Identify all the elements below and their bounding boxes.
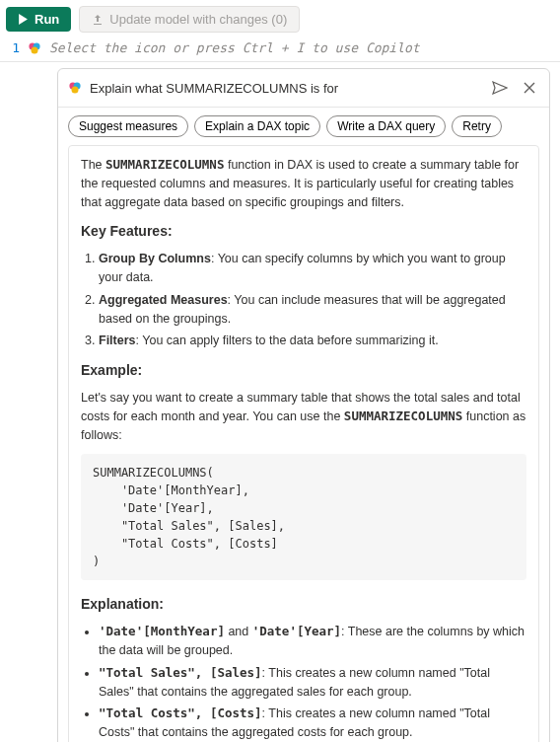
copilot-icon[interactable] xyxy=(28,41,41,55)
run-label: Run xyxy=(35,12,59,27)
chip-write-dax[interactable]: Write a DAX query xyxy=(326,115,446,137)
list-item: 'Date'[MonthYear] and 'Date'[Year]: Thes… xyxy=(99,623,526,660)
copilot-icon xyxy=(68,81,82,95)
heading-example: Example: xyxy=(81,360,526,381)
copilot-panel: Explain what SUMMARIZECOLUMNS is for Sug… xyxy=(57,68,550,742)
send-button[interactable] xyxy=(488,77,512,99)
chip-suggest-measures[interactable]: Suggest measures xyxy=(68,115,188,137)
editor-placeholder: Select the icon or press Ctrl + I to use… xyxy=(49,40,420,55)
play-icon xyxy=(18,14,29,25)
example-paragraph: Let's say you want to create a summary t… xyxy=(81,389,526,444)
svg-point-5 xyxy=(72,87,79,94)
list-item: Filters: You can apply filters to the da… xyxy=(99,332,526,350)
list-item: "Total Costs", [Costs]: This creates a n… xyxy=(99,705,526,742)
list-item: Group By Columns: You can specify column… xyxy=(99,250,526,287)
send-icon xyxy=(492,81,508,95)
chip-retry[interactable]: Retry xyxy=(452,115,502,137)
panel-header: Explain what SUMMARIZECOLUMNS is for xyxy=(58,69,549,108)
line-number: 1 xyxy=(6,40,20,55)
key-features-list: Group By Columns: You can specify column… xyxy=(81,250,526,350)
fn-name: SUMMARIZECOLUMNS xyxy=(344,408,462,423)
suggestion-chips: Suggest measures Explain a DAX topic Wri… xyxy=(58,108,549,145)
upload-icon xyxy=(92,14,104,26)
intro-paragraph: The SUMMARIZECOLUMNS function in DAX is … xyxy=(81,156,526,211)
fn-name: SUMMARIZECOLUMNS xyxy=(105,157,224,172)
heading-explanation: Explanation: xyxy=(81,594,526,615)
svg-point-2 xyxy=(32,46,38,53)
run-button[interactable]: Run xyxy=(6,7,71,32)
update-label: Update model with changes (0) xyxy=(109,12,287,27)
update-model-button: Update model with changes (0) xyxy=(79,6,300,33)
panel-title: Explain what SUMMARIZECOLUMNS is for xyxy=(90,81,480,96)
list-item: "Total Sales", [Sales]: This creates a n… xyxy=(99,664,526,702)
explanation-list: 'Date'[MonthYear] and 'Date'[Year]: Thes… xyxy=(81,623,526,742)
heading-key-features: Key Features: xyxy=(81,221,526,242)
close-button[interactable] xyxy=(520,78,539,98)
editor-line[interactable]: 1 Select the icon or press Ctrl + I to u… xyxy=(0,37,560,62)
response-content: The SUMMARIZECOLUMNS function in DAX is … xyxy=(68,145,539,742)
code-block: SUMMARIZECOLUMNS( 'Date'[MonthYear], 'Da… xyxy=(81,454,526,580)
close-icon xyxy=(524,82,535,94)
toolbar: Run Update model with changes (0) xyxy=(0,0,560,37)
chip-explain-dax[interactable]: Explain a DAX topic xyxy=(194,115,320,137)
list-item: Aggregated Measures: You can include mea… xyxy=(99,291,526,329)
